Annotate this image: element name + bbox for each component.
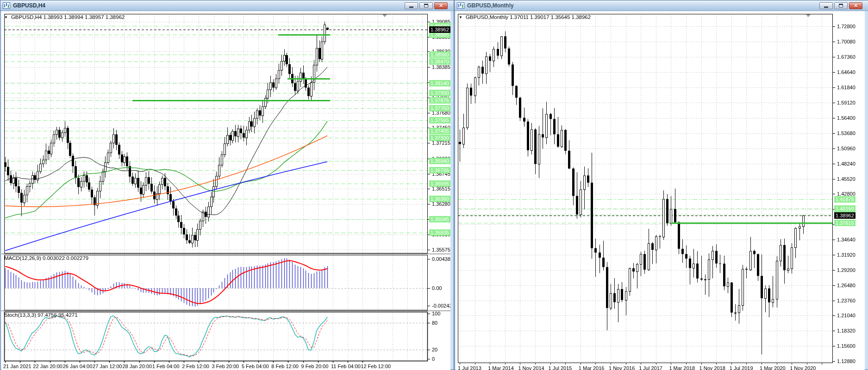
titlebar-h4[interactable]: GBPUSD,H4 ✕ (0, 0, 454, 11)
restore-icon (839, 4, 843, 7)
close-button[interactable]: ✕ (434, 2, 448, 9)
restore-icon (424, 4, 428, 7)
h4-chart-canvas[interactable] (1, 11, 450, 370)
mdi-desktop: GBPUSD,H4 ✕ ▼GBPUSD,H4 1.38993 1.38994 1… (0, 0, 868, 370)
restore-button[interactable] (834, 2, 848, 9)
minimize-icon (409, 6, 413, 8)
chart-window-monthly: GBPUSD,Monthly ✕ ▼GBPUSD,Monthly 1.37011… (454, 0, 868, 370)
candlestick-chart-icon (3, 2, 10, 9)
titlebar-monthly[interactable]: GBPUSD,Monthly ✕ (455, 0, 868, 11)
minimize-icon (824, 6, 828, 8)
chart-client-monthly: ▼GBPUSD,Monthly 1.37011 1.39017 1.35645 … (455, 11, 868, 370)
close-icon: ✕ (439, 3, 443, 8)
restore-button[interactable] (419, 2, 433, 9)
monthly-chart-canvas[interactable] (456, 11, 865, 370)
minimize-button[interactable] (819, 2, 833, 9)
window-title: GBPUSD,H4 (13, 2, 405, 9)
candlestick-chart-icon (457, 2, 464, 9)
close-icon: ✕ (854, 3, 858, 8)
close-button[interactable]: ✕ (849, 2, 862, 9)
window-title: GBPUSD,Monthly (467, 2, 819, 9)
chart-client-h4: ▼GBPUSD,H4 1.38993 1.38994 1.38957 1.389… (0, 11, 454, 370)
minimize-button[interactable] (405, 2, 418, 9)
chart-window-h4: GBPUSD,H4 ✕ ▼GBPUSD,H4 1.38993 1.38994 1… (0, 0, 454, 370)
